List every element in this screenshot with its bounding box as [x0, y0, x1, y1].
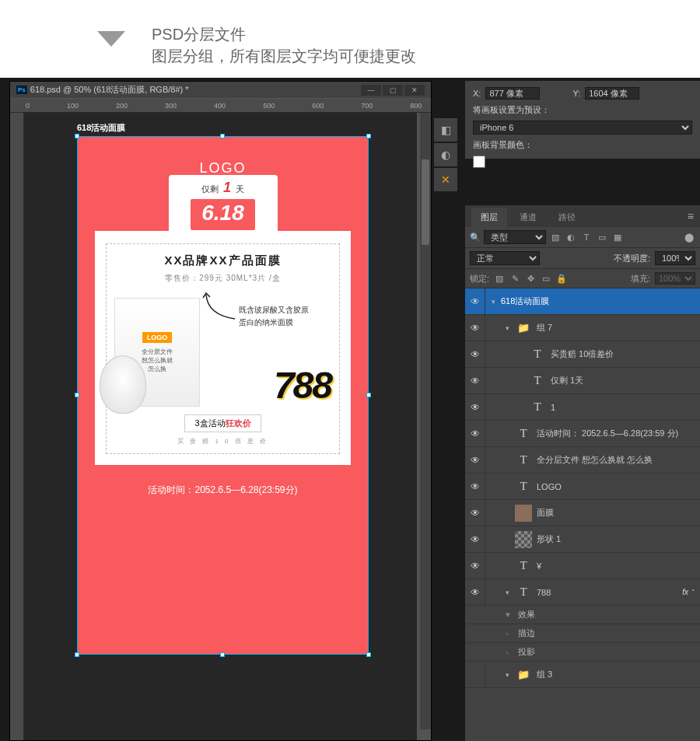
panel-menu-icon[interactable]: ≡ — [688, 210, 694, 222]
filter-adjust-icon[interactable]: ◐ — [565, 232, 577, 243]
transform-handle[interactable] — [220, 134, 225, 138]
x-input[interactable] — [485, 87, 540, 100]
layer-name[interactable]: 仅剩 1天 — [551, 375, 695, 386]
document-titlebar[interactable]: Ps 618.psd @ 50% (618活动面膜, RGB/8#) * — ▢… — [10, 82, 431, 98]
layer-name[interactable]: 788 — [537, 588, 682, 597]
layer-row[interactable]: ▾📁组 3 — [465, 662, 700, 688]
fx-header[interactable]: ▾效果 — [465, 606, 700, 624]
lock-pos-icon[interactable]: ✥ — [525, 274, 536, 284]
layer-name[interactable]: 买贵赔 10倍差价 — [551, 348, 695, 360]
ruler-horizontal[interactable]: 0 100 200 300 400 500 600 700 800 — [10, 99, 431, 113]
filter-pixel-icon[interactable]: ▧ — [549, 232, 562, 243]
fill-select[interactable]: 100% — [655, 272, 695, 285]
transform-handle[interactable] — [75, 652, 79, 657]
fx-item[interactable]: ◦描边 — [465, 624, 700, 643]
layer-row[interactable]: 👁T全分层文件 想怎么换就 怎么换 — [465, 447, 700, 474]
transform-handle[interactable] — [366, 393, 371, 397]
transform-handle[interactable] — [220, 652, 225, 657]
disclosure-icon[interactable]: ▾ — [506, 671, 515, 679]
lock-artboard-icon[interactable]: ▭ — [541, 274, 551, 284]
layer-row[interactable]: 👁面膜 — [465, 500, 700, 526]
close-button[interactable]: ✕ — [404, 85, 425, 96]
color-panel-icon[interactable]: ◐ — [434, 143, 457, 166]
layer-name[interactable]: 面膜 — [537, 507, 695, 519]
maximize-button[interactable]: ▢ — [383, 85, 403, 96]
visibility-toggle[interactable]: 👁 — [465, 315, 485, 341]
visibility-toggle[interactable]: 👁 — [465, 368, 485, 393]
visibility-toggle[interactable]: 👁 — [465, 447, 485, 473]
artboard-label[interactable]: 618活动面膜 — [77, 122, 125, 134]
scrollbar-vertical[interactable] — [420, 113, 431, 729]
canvas[interactable]: 618活动面膜 LOGO 仅剩 1 天 6.18 XX品牌XX产品面膜 零售价：… — [24, 113, 417, 740]
tab-paths[interactable]: 路径 — [549, 208, 585, 227]
layer-name[interactable]: 活动时间： 2052.6.5—6.28(23:59 分) — [537, 428, 695, 439]
layer-row[interactable]: 👁T¥ — [465, 553, 700, 579]
visibility-toggle[interactable] — [465, 662, 485, 687]
visibility-toggle[interactable]: 👁 — [465, 579, 485, 605]
layer-name[interactable]: 形状 1 — [537, 533, 695, 545]
filter-smart-icon[interactable]: ▦ — [611, 232, 624, 243]
search-icon[interactable]: 🔍 — [470, 232, 481, 243]
opacity-select[interactable]: 100% — [655, 251, 695, 265]
scroll-thumb[interactable] — [422, 159, 429, 245]
x-label: X: — [473, 89, 481, 98]
layer-row[interactable]: 👁▾T788fx˄ — [465, 579, 700, 606]
filter-kind-select[interactable]: 类型 — [484, 230, 546, 244]
layer-row[interactable]: 👁T买贵赔 10倍差价 — [465, 341, 700, 368]
lock-paint-icon[interactable]: ✎ — [509, 274, 520, 284]
disclosure-icon[interactable]: ▾ — [506, 324, 515, 332]
visibility-toggle[interactable]: 👁 — [465, 341, 485, 367]
layer-name[interactable]: 全分层文件 想怎么换就 怎么换 — [537, 454, 695, 466]
layers-list[interactable]: 👁▾618活动面膜👁▾📁组 7👁T买贵赔 10倍差价👁T仅剩 1天👁T1👁T活动… — [465, 288, 700, 688]
minimize-button[interactable]: — — [361, 85, 381, 96]
visibility-toggle[interactable]: 👁 — [465, 500, 485, 526]
visibility-toggle[interactable]: 👁 — [465, 553, 485, 578]
chevron-up-icon[interactable]: ˄ — [691, 589, 695, 596]
layer-row[interactable]: 👁TLOGO — [465, 474, 700, 500]
filter-toggle-icon[interactable]: ⬤ — [683, 232, 695, 243]
filter-type-icon[interactable]: T — [580, 232, 593, 243]
lock-all-icon[interactable]: 🔒 — [556, 274, 567, 284]
visibility-toggle[interactable]: 👁 — [465, 421, 485, 446]
blend-mode-select[interactable]: 正常 — [470, 251, 540, 265]
disclosure-icon[interactable]: ▾ — [506, 589, 515, 596]
visibility-toggle[interactable]: 👁 — [465, 288, 485, 314]
visibility-toggle[interactable]: 👁 — [465, 526, 485, 552]
visibility-toggle[interactable]: 👁 — [465, 394, 485, 420]
layer-row[interactable]: 👁T1 — [465, 394, 700, 421]
fx-badge[interactable]: fx — [682, 588, 688, 596]
swatches-panel-icon[interactable]: ✕ — [434, 168, 457, 191]
layer-name[interactable]: 618活动面膜 — [501, 295, 695, 307]
transform-handle[interactable] — [75, 393, 79, 397]
transform-handle[interactable] — [75, 134, 79, 138]
history-panel-icon[interactable]: ◧ — [434, 118, 457, 142]
layer-name[interactable]: 组 7 — [537, 322, 695, 334]
visibility-toggle[interactable]: 👁 — [465, 474, 485, 499]
layer-name[interactable]: ¥ — [537, 561, 695, 571]
layer-row[interactable]: 👁T活动时间： 2052.6.5—6.28(23:59 分) — [465, 421, 700, 447]
artboard[interactable]: LOGO 仅剩 1 天 6.18 XX品牌XX产品面膜 零售价：299元 30M… — [77, 136, 369, 655]
transform-handle[interactable] — [366, 652, 371, 657]
layer-name[interactable]: LOGO — [537, 482, 695, 491]
fx-item[interactable]: ◦投影 — [465, 643, 700, 662]
y-input[interactable] — [585, 87, 639, 100]
layer-name[interactable]: 1 — [551, 403, 695, 412]
filter-shape-icon[interactable]: ▭ — [596, 232, 608, 243]
disclosure-icon[interactable]: ▾ — [492, 298, 501, 306]
tab-layers[interactable]: 图层 — [471, 208, 507, 227]
ruler-vertical[interactable] — [10, 113, 24, 740]
pkg-line: 怎么换 — [148, 365, 166, 373]
layer-row[interactable]: 👁形状 1 — [465, 526, 700, 553]
layer-row[interactable]: 👁T仅剩 1天 — [465, 368, 700, 394]
layer-row[interactable]: 👁▾618活动面膜 — [465, 288, 700, 315]
type-layer-icon: T — [515, 452, 532, 469]
lock-trans-icon[interactable]: ▨ — [494, 274, 505, 284]
tab-channels[interactable]: 通道 — [510, 208, 546, 227]
layer-name[interactable]: 组 3 — [537, 669, 695, 680]
desc-line: 既含玻尿酸又含胶原 — [239, 304, 309, 316]
preset-select[interactable]: iPhone 6 — [473, 121, 692, 135]
transform-handle[interactable] — [366, 134, 371, 138]
collapsed-panel-strip: ◧ ◐ ✕ — [434, 118, 457, 193]
bg-color-swatch[interactable] — [473, 156, 485, 168]
layer-row[interactable]: 👁▾📁组 7 — [465, 315, 700, 341]
